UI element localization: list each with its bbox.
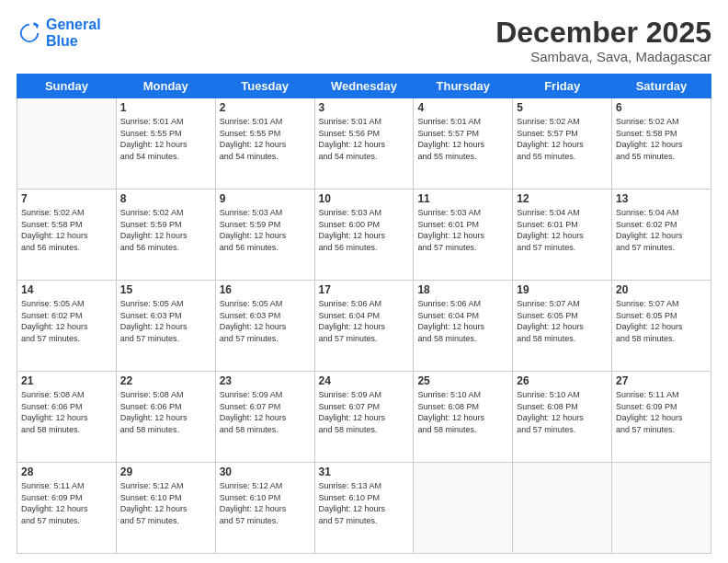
logo-icon [17, 20, 42, 46]
day-info: Sunrise: 5:04 AM Sunset: 6:01 PM Dayligh… [517, 207, 608, 253]
day-number: 28 [21, 465, 112, 478]
calendar-week-row: 28Sunrise: 5:11 AM Sunset: 6:09 PM Dayli… [17, 463, 711, 554]
day-info: Sunrise: 5:11 AM Sunset: 6:09 PM Dayligh… [21, 480, 112, 526]
day-info: Sunrise: 5:02 AM Sunset: 5:58 PM Dayligh… [21, 207, 112, 253]
table-row: 4Sunrise: 5:01 AM Sunset: 5:57 PM Daylig… [414, 98, 513, 190]
day-number: 10 [319, 192, 410, 205]
day-info: Sunrise: 5:02 AM Sunset: 5:59 PM Dayligh… [120, 207, 211, 253]
day-number: 6 [616, 101, 707, 114]
day-info: Sunrise: 5:09 AM Sunset: 6:07 PM Dayligh… [220, 389, 311, 435]
month-title: December 2025 [495, 17, 711, 49]
table-row [17, 98, 117, 190]
day-info: Sunrise: 5:08 AM Sunset: 6:06 PM Dayligh… [21, 389, 112, 435]
day-number: 16 [220, 283, 311, 296]
day-info: Sunrise: 5:12 AM Sunset: 6:10 PM Dayligh… [220, 480, 311, 526]
day-number: 14 [21, 283, 112, 296]
logo: General Blue [17, 17, 101, 49]
day-info: Sunrise: 5:01 AM Sunset: 5:56 PM Dayligh… [319, 116, 410, 162]
table-row: 12Sunrise: 5:04 AM Sunset: 6:01 PM Dayli… [513, 190, 612, 281]
table-row: 25Sunrise: 5:10 AM Sunset: 6:08 PM Dayli… [414, 372, 513, 463]
table-row: 7Sunrise: 5:02 AM Sunset: 5:58 PM Daylig… [17, 190, 117, 281]
day-number: 1 [120, 101, 211, 114]
table-row: 3Sunrise: 5:01 AM Sunset: 5:56 PM Daylig… [314, 98, 414, 190]
title-block: December 2025 Sambava, Sava, Madagascar [495, 17, 711, 64]
table-row: 13Sunrise: 5:04 AM Sunset: 6:02 PM Dayli… [612, 190, 711, 281]
day-number: 22 [120, 374, 211, 387]
day-number: 25 [417, 374, 508, 387]
day-number: 26 [517, 374, 608, 387]
day-info: Sunrise: 5:03 AM Sunset: 5:59 PM Dayligh… [220, 207, 311, 253]
table-row: 16Sunrise: 5:05 AM Sunset: 6:03 PM Dayli… [215, 281, 314, 372]
table-row: 9Sunrise: 5:03 AM Sunset: 5:59 PM Daylig… [215, 190, 314, 281]
day-info: Sunrise: 5:01 AM Sunset: 5:57 PM Dayligh… [417, 116, 508, 162]
table-row: 19Sunrise: 5:07 AM Sunset: 6:05 PM Dayli… [513, 281, 612, 372]
day-info: Sunrise: 5:06 AM Sunset: 6:04 PM Dayligh… [319, 298, 410, 344]
table-row: 14Sunrise: 5:05 AM Sunset: 6:02 PM Dayli… [17, 281, 117, 372]
day-number: 15 [120, 283, 211, 296]
calendar-header-row: Sunday Monday Tuesday Wednesday Thursday… [17, 75, 711, 98]
table-row: 20Sunrise: 5:07 AM Sunset: 6:05 PM Dayli… [612, 281, 711, 372]
table-row: 8Sunrise: 5:02 AM Sunset: 5:59 PM Daylig… [116, 190, 215, 281]
day-number: 12 [517, 192, 608, 205]
calendar-week-row: 1Sunrise: 5:01 AM Sunset: 5:55 PM Daylig… [17, 98, 711, 190]
day-number: 11 [417, 192, 508, 205]
table-row: 31Sunrise: 5:13 AM Sunset: 6:10 PM Dayli… [314, 463, 414, 554]
day-number: 21 [21, 374, 112, 387]
day-info: Sunrise: 5:11 AM Sunset: 6:09 PM Dayligh… [616, 389, 707, 435]
day-info: Sunrise: 5:13 AM Sunset: 6:10 PM Dayligh… [319, 480, 410, 526]
table-row: 10Sunrise: 5:03 AM Sunset: 6:00 PM Dayli… [314, 190, 414, 281]
day-info: Sunrise: 5:06 AM Sunset: 6:04 PM Dayligh… [417, 298, 508, 344]
calendar-week-row: 14Sunrise: 5:05 AM Sunset: 6:02 PM Dayli… [17, 281, 711, 372]
table-row: 11Sunrise: 5:03 AM Sunset: 6:01 PM Dayli… [414, 190, 513, 281]
day-info: Sunrise: 5:07 AM Sunset: 6:05 PM Dayligh… [517, 298, 608, 344]
table-row: 29Sunrise: 5:12 AM Sunset: 6:10 PM Dayli… [116, 463, 215, 554]
table-row: 5Sunrise: 5:02 AM Sunset: 5:57 PM Daylig… [513, 98, 612, 190]
day-number: 7 [21, 192, 112, 205]
day-info: Sunrise: 5:10 AM Sunset: 6:08 PM Dayligh… [417, 389, 508, 435]
table-row: 28Sunrise: 5:11 AM Sunset: 6:09 PM Dayli… [17, 463, 117, 554]
table-row: 24Sunrise: 5:09 AM Sunset: 6:07 PM Dayli… [314, 372, 414, 463]
day-number: 3 [319, 101, 410, 114]
calendar-week-row: 7Sunrise: 5:02 AM Sunset: 5:58 PM Daylig… [17, 190, 711, 281]
day-number: 13 [616, 192, 707, 205]
day-info: Sunrise: 5:01 AM Sunset: 5:55 PM Dayligh… [220, 116, 311, 162]
day-info: Sunrise: 5:03 AM Sunset: 6:00 PM Dayligh… [319, 207, 410, 253]
table-row: 21Sunrise: 5:08 AM Sunset: 6:06 PM Dayli… [17, 372, 117, 463]
table-row [513, 463, 612, 554]
logo-line2: Blue [46, 33, 101, 50]
day-number: 20 [616, 283, 707, 296]
day-info: Sunrise: 5:09 AM Sunset: 6:07 PM Dayligh… [319, 389, 410, 435]
day-info: Sunrise: 5:04 AM Sunset: 6:02 PM Dayligh… [616, 207, 707, 253]
table-row: 30Sunrise: 5:12 AM Sunset: 6:10 PM Dayli… [215, 463, 314, 554]
table-row: 18Sunrise: 5:06 AM Sunset: 6:04 PM Dayli… [414, 281, 513, 372]
col-saturday: Saturday [612, 75, 711, 98]
day-info: Sunrise: 5:03 AM Sunset: 6:01 PM Dayligh… [417, 207, 508, 253]
table-row: 6Sunrise: 5:02 AM Sunset: 5:58 PM Daylig… [612, 98, 711, 190]
table-row: 17Sunrise: 5:06 AM Sunset: 6:04 PM Dayli… [314, 281, 414, 372]
col-tuesday: Tuesday [215, 75, 314, 98]
day-number: 24 [319, 374, 410, 387]
col-wednesday: Wednesday [314, 75, 414, 98]
col-friday: Friday [513, 75, 612, 98]
day-info: Sunrise: 5:02 AM Sunset: 5:57 PM Dayligh… [517, 116, 608, 162]
table-row: 1Sunrise: 5:01 AM Sunset: 5:55 PM Daylig… [116, 98, 215, 190]
table-row [414, 463, 513, 554]
subtitle: Sambava, Sava, Madagascar [495, 49, 711, 64]
day-number: 17 [319, 283, 410, 296]
header: General Blue December 2025 Sambava, Sava… [17, 17, 711, 64]
day-info: Sunrise: 5:10 AM Sunset: 6:08 PM Dayligh… [517, 389, 608, 435]
logo-text: General Blue [46, 17, 101, 49]
table-row: 26Sunrise: 5:10 AM Sunset: 6:08 PM Dayli… [513, 372, 612, 463]
day-info: Sunrise: 5:08 AM Sunset: 6:06 PM Dayligh… [120, 389, 211, 435]
table-row [612, 463, 711, 554]
table-row: 23Sunrise: 5:09 AM Sunset: 6:07 PM Dayli… [215, 372, 314, 463]
day-number: 31 [319, 465, 410, 478]
calendar-week-row: 21Sunrise: 5:08 AM Sunset: 6:06 PM Dayli… [17, 372, 711, 463]
col-monday: Monday [116, 75, 215, 98]
day-info: Sunrise: 5:05 AM Sunset: 6:03 PM Dayligh… [120, 298, 211, 344]
day-number: 9 [220, 192, 311, 205]
day-number: 18 [417, 283, 508, 296]
col-sunday: Sunday [17, 75, 117, 98]
day-number: 23 [220, 374, 311, 387]
day-info: Sunrise: 5:07 AM Sunset: 6:05 PM Dayligh… [616, 298, 707, 344]
